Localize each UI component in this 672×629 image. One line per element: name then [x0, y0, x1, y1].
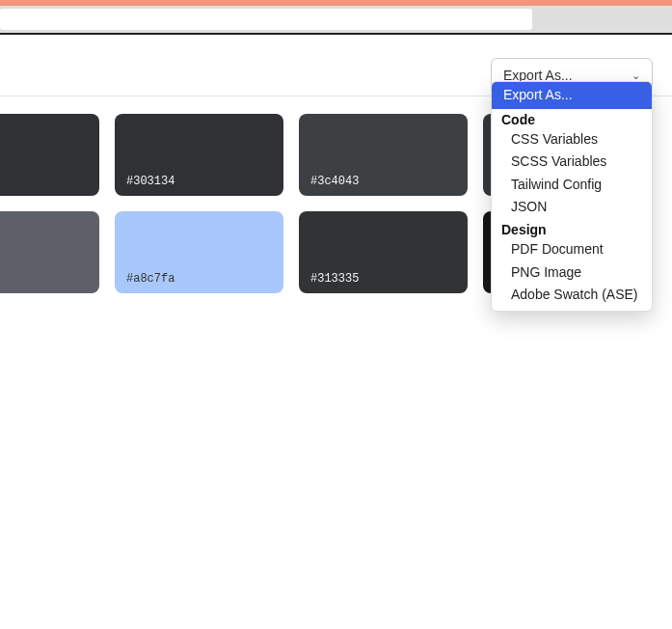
dropdown-group-header-code: Code	[492, 109, 652, 128]
dropdown-option-adobe-swatch[interactable]: Adobe Swatch (ASE)	[492, 284, 652, 307]
address-bar[interactable]	[0, 9, 532, 30]
swatch-label: #303134	[126, 175, 175, 188]
swatch[interactable]	[0, 211, 99, 293]
swatch-label: #3c4043	[310, 175, 359, 188]
dropdown-option-json[interactable]: JSON	[492, 196, 652, 219]
dropdown-option-pdf-document[interactable]: PDF Document	[492, 238, 652, 261]
swatch[interactable]: #3c4043	[299, 114, 468, 196]
dropdown-group-header-design: Design	[492, 219, 652, 238]
swatch[interactable]: #303134	[0, 114, 99, 196]
dropdown-option-scss-variables[interactable]: SCSS Variables	[492, 150, 652, 174]
swatch-label: #313335	[310, 272, 359, 286]
swatch[interactable]: #a8c7fa	[115, 211, 283, 293]
swatch-label: #a8c7fa	[126, 272, 175, 286]
dropdown-option-tailwind-config[interactable]: Tailwind Config	[492, 174, 652, 197]
dropdown-option-placeholder[interactable]: Export As...	[492, 82, 652, 109]
dropdown-option-css-variables[interactable]: CSS Variables	[492, 128, 652, 151]
dropdown-option-png-image[interactable]: PNG Image	[492, 261, 652, 285]
chevron-down-icon: ⌄	[632, 69, 640, 82]
swatch[interactable]: #313335	[299, 211, 468, 293]
swatch[interactable]: #303134	[115, 114, 283, 196]
export-dropdown: Export As... Code CSS Variables SCSS Var…	[491, 81, 653, 312]
browser-toolbar	[0, 6, 672, 33]
